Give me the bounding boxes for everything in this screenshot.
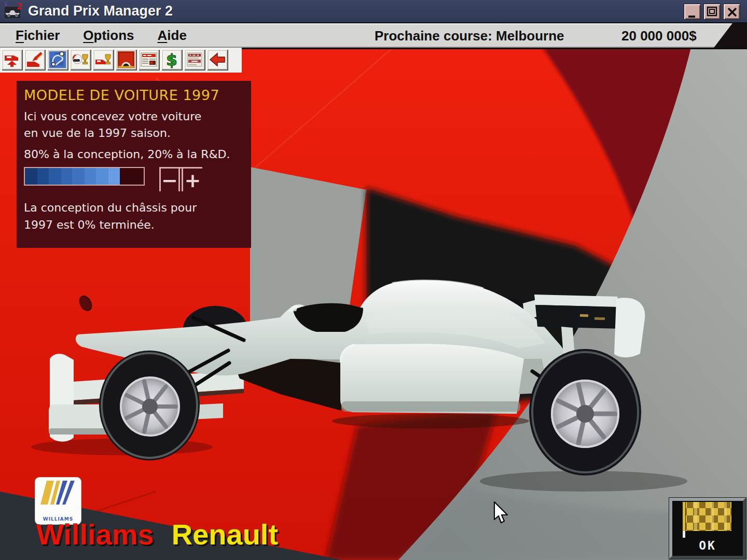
ok-button-label: OK (699, 539, 716, 552)
car-up-icon (3, 51, 21, 68)
allocation-text: 80% à la conception, 20% à la R&D. (24, 148, 244, 161)
toolbar: $ (0, 48, 242, 73)
menu-aide[interactable]: Aide (158, 27, 187, 44)
toolbar-helmet-trophy-button[interactable] (70, 49, 91, 71)
toolbar-finances-button[interactable]: $ (161, 49, 183, 71)
window-controls (684, 4, 740, 20)
panel-intro-line2: en vue de la 1997 saison. (24, 125, 244, 142)
circuit-map-icon (49, 51, 66, 68)
game-window: 2 Grand Prix Manager 2 Fichier Options (0, 0, 747, 560)
toolbar-form-button[interactable] (184, 49, 205, 71)
increase-button[interactable]: + (182, 169, 202, 191)
close-icon (725, 5, 739, 19)
dollar-icon: $ (163, 51, 181, 68)
minimize-icon (685, 5, 700, 19)
toolbar-car-arrow-button[interactable] (24, 49, 46, 71)
engine-name: Renault (172, 517, 278, 551)
rear-wheel (529, 349, 641, 475)
minimize-button[interactable] (684, 4, 701, 20)
allocation-stepper: − + (159, 167, 202, 191)
titlebar: 2 Grand Prix Manager 2 (0, 0, 747, 23)
car-trophy-icon (94, 51, 112, 68)
status-line1: La conception du châssis pour (24, 199, 244, 216)
back-arrow-icon (209, 51, 226, 68)
car-arrow-icon (26, 51, 44, 68)
close-button[interactable] (723, 4, 740, 20)
maximize-icon (705, 5, 720, 19)
car-design-panel: MODELE DE VOITURE 1997 Ici vous concevez… (17, 81, 251, 248)
toolbar-car-up-button[interactable] (1, 49, 23, 71)
toolbar-newspaper-button[interactable] (138, 49, 160, 71)
williams-logo-mark (35, 478, 81, 509)
decrease-button[interactable]: − (159, 169, 180, 191)
team-name: Williams (36, 517, 154, 551)
menubar-slant-decoration (714, 23, 747, 48)
checkered-flag-icon (681, 501, 735, 538)
svg-text:2: 2 (17, 2, 22, 11)
toolbar-car-trophy-button[interactable] (92, 49, 114, 71)
team-banner: Williams Renault (36, 517, 278, 551)
toolbar-helmet-button[interactable] (115, 49, 137, 71)
toolbar-circuit-map-button[interactable] (47, 49, 68, 71)
budget-amount: 20 000 000$ (621, 28, 697, 44)
toolbar-back-button[interactable] (206, 49, 228, 71)
form-icon (186, 51, 203, 68)
helmet-icon (117, 51, 135, 68)
progress-fill (25, 168, 120, 185)
panel-title: MODELE DE VOITURE 1997 (24, 87, 244, 103)
newspaper-icon (140, 51, 158, 68)
next-race-status: Prochaine course: Melbourne (375, 28, 564, 44)
front-wheel (99, 351, 200, 460)
menu-fichier[interactable]: Fichier (16, 27, 60, 44)
status-line2: 1997 est 0% terminée. (24, 216, 244, 233)
design-progress-bar (24, 167, 145, 186)
helmet-trophy-icon (72, 51, 89, 68)
app-icon: 2 (4, 2, 23, 21)
svg-text:$: $ (166, 51, 177, 68)
window-title: Grand Prix Manager 2 (28, 3, 173, 19)
ok-button[interactable]: OK (669, 498, 746, 559)
menubar: Fichier Options Aide Prochaine course: M… (0, 23, 747, 48)
panel-intro-line1: Ici vous concevez votre voiture (24, 108, 244, 125)
maximize-button[interactable] (703, 4, 721, 20)
menu-options[interactable]: Options (83, 27, 134, 44)
